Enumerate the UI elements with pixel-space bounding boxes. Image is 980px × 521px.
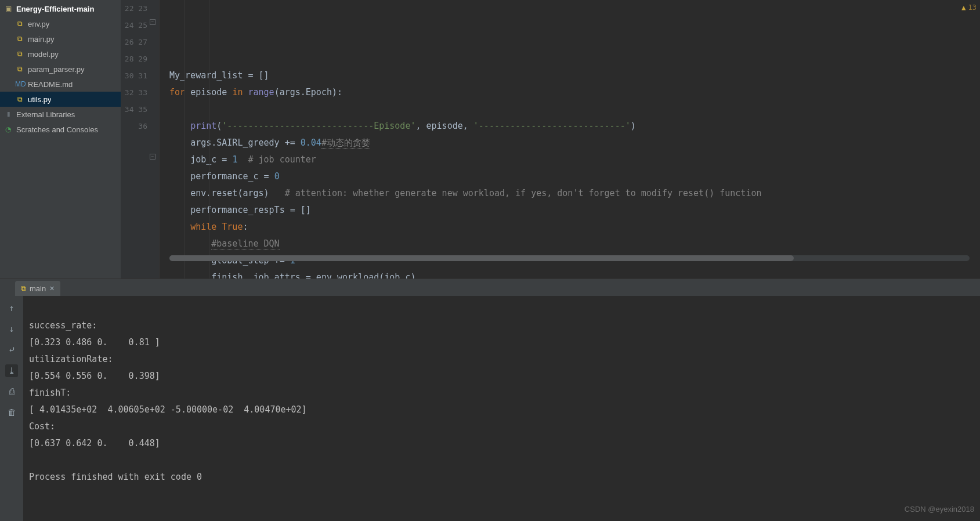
markdown-file-icon: MD [15,80,24,88]
python-file-icon: ⧉ [15,95,24,103]
code-line: print('----------------------------Episo… [169,121,636,131]
code-area[interactable]: My_reward_list = [] for episode in range… [159,0,980,278]
console-line: [0.637 0.642 0. 0.448] [29,438,160,448]
scroll-to-end-icon[interactable]: ⤓ [5,364,18,377]
console-line: success_rate: [29,320,97,331]
project-tree[interactable]: ▣ Energy-Efficient-main ⧉ env.py ⧉ main.… [0,0,121,278]
print-icon[interactable]: ⎙ [5,385,18,398]
run-tab-label: main [30,284,46,293]
file-label: main.py [28,35,55,44]
scrollbar-thumb[interactable] [169,255,794,261]
file-label: env.py [28,20,49,28]
code-line: for episode in range(args.Epoch): [169,87,342,97]
code-line: finish, job_attrs = env.workload(job_c) [169,272,415,278]
close-icon[interactable]: ✕ [49,285,55,292]
console-line: [0.554 0.556 0. 0.398] [29,371,160,381]
file-readme[interactable]: MD README.md [0,77,121,92]
external-libraries-label: External Libraries [16,110,75,119]
soft-wrap-icon[interactable]: ⤶ [5,343,18,356]
console-line: utilizationRate: [29,354,113,364]
code-line: performance_c = 0 [169,171,280,182]
file-label: model.py [28,50,59,59]
file-param-parser[interactable]: ⧉ param_parser.py [0,61,121,77]
library-icon: ⫴ [3,110,13,118]
code-editor[interactable]: ▲ 13 22 23 24 25 26 27 28 29 30 31 32 33… [121,0,980,278]
scratches-consoles[interactable]: ◔ Scratches and Consoles [0,122,121,137]
console-line: Cost: [29,421,55,432]
fold-toggle-icon[interactable]: − [150,19,156,25]
code-line: performance_respTs = [] [169,205,311,215]
run-toolbar: ↑ ↓ ⤶ ⤓ ⎙ 🗑 [0,296,23,521]
code-line: job_c = 1 # job counter [169,154,316,165]
file-utils[interactable]: ⧉ utils.py [0,92,121,107]
csdn-watermark: CSDN @eyexin2018 [905,501,974,518]
python-file-icon: ⧉ [15,35,24,43]
scratch-icon: ◔ [3,125,13,133]
file-model[interactable]: ⧉ model.py [0,46,121,61]
python-file-icon: ⧉ [15,50,24,58]
code-line: #baseline DQN [169,238,280,249]
code-line: args.SAIRL_greedy += 0.04#动态的贪婪 [169,138,370,149]
folder-icon: ▣ [3,5,13,13]
down-stack-icon[interactable]: ↓ [5,323,18,335]
editor-horizontal-scrollbar[interactable] [169,255,970,261]
fold-toggle-icon[interactable]: − [150,154,156,160]
run-tab-bar[interactable]: ⧉ main ✕ [0,278,980,296]
code-line: env.reset(args) # attention: whether gen… [169,188,762,198]
code-line [169,104,175,114]
file-env[interactable]: ⧉ env.py [0,16,121,31]
run-console[interactable]: success_rate: [0.323 0.486 0. 0.81 ] uti… [23,296,980,521]
scratches-label: Scratches and Consoles [16,125,98,134]
python-file-icon: ⧉ [15,65,24,73]
console-line: [0.323 0.486 0. 0.81 ] [29,337,160,348]
console-line: Process finished with exit code 0 [29,472,202,482]
project-root[interactable]: ▣ Energy-Efficient-main [0,1,121,16]
console-line: finishT: [29,388,71,398]
fold-gutter[interactable]: − − [150,0,159,278]
trash-icon[interactable]: 🗑 [5,406,18,419]
up-stack-icon[interactable]: ↑ [5,302,18,314]
python-file-icon: ⧉ [15,20,24,28]
python-file-icon: ⧉ [21,284,26,292]
file-main[interactable]: ⧉ main.py [0,31,121,46]
file-label: README.md [28,80,73,89]
external-libraries[interactable]: ⫴ External Libraries [0,107,121,122]
file-label: param_parser.py [28,65,85,74]
console-line: [ 4.01435e+02 4.00605e+02 -5.00000e-02 4… [29,404,307,415]
run-tab-main[interactable]: ⧉ main ✕ [15,281,60,296]
project-name: Energy-Efficient-main [16,5,94,13]
file-label: utils.py [28,95,51,104]
